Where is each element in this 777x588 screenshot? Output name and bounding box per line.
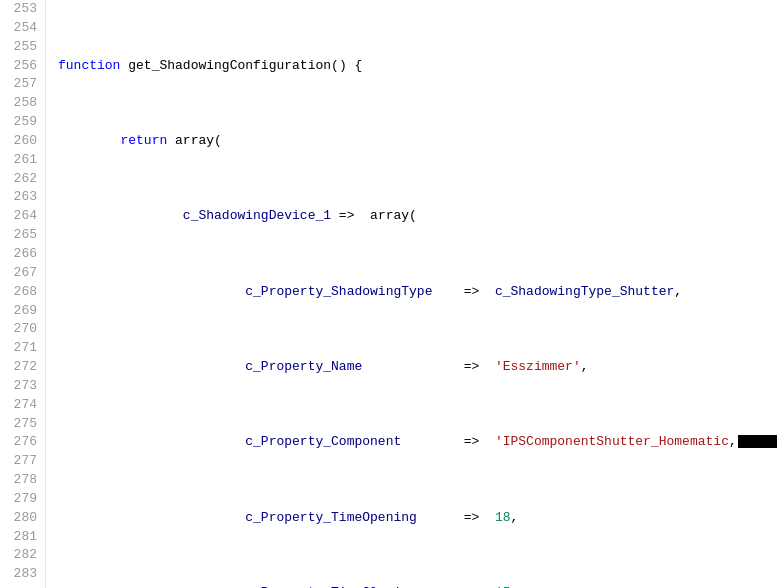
line-num-280: 280	[4, 509, 37, 528]
line-num-282: 282	[4, 546, 37, 565]
line-num-276: 276	[4, 433, 37, 452]
line-num-266: 266	[4, 245, 37, 264]
line-num-267: 267	[4, 264, 37, 283]
line-num-272: 272	[4, 358, 37, 377]
code-line-253: function get_ShadowingConfiguration() {	[58, 57, 777, 76]
line-num-279: 279	[4, 490, 37, 509]
line-num-263: 263	[4, 188, 37, 207]
code-content: function get_ShadowingConfiguration() { …	[46, 0, 777, 588]
line-num-257: 257	[4, 75, 37, 94]
line-num-260: 260	[4, 132, 37, 151]
line-num-277: 277	[4, 452, 37, 471]
line-num-255: 255	[4, 38, 37, 57]
code-line-257: c_Property_Name => 'Esszimmer',	[58, 358, 777, 377]
code-line-258: c_Property_Component => 'IPSComponentShu…	[58, 433, 777, 452]
line-num-253: 253	[4, 0, 37, 19]
code-editor: 253 254 255 256 257 258 259 260 261 262 …	[0, 0, 777, 588]
line-num-278: 278	[4, 471, 37, 490]
line-num-270: 270	[4, 320, 37, 339]
line-num-268: 268	[4, 283, 37, 302]
line-num-275: 275	[4, 415, 37, 434]
line-num-265: 265	[4, 226, 37, 245]
code-line-254: return array(	[58, 132, 777, 151]
code-line-259: c_Property_TimeOpening => 18,	[58, 509, 777, 528]
code-line-256: c_Property_ShadowingType => c_ShadowingT…	[58, 283, 777, 302]
line-num-269: 269	[4, 302, 37, 321]
line-num-264: 264	[4, 207, 37, 226]
code-line-260: c_Property_TimeClosing => 15,	[58, 584, 777, 588]
line-num-273: 273	[4, 377, 37, 396]
line-num-262: 262	[4, 170, 37, 189]
line-num-261: 261	[4, 151, 37, 170]
line-num-256: 256	[4, 57, 37, 76]
line-num-254: 254	[4, 19, 37, 38]
line-num-258: 258	[4, 94, 37, 113]
line-num-281: 281	[4, 528, 37, 547]
line-num-259: 259	[4, 113, 37, 132]
line-numbers: 253 254 255 256 257 258 259 260 261 262 …	[0, 0, 46, 588]
line-num-283: 283	[4, 565, 37, 584]
line-num-274: 274	[4, 396, 37, 415]
line-num-271: 271	[4, 339, 37, 358]
code-line-255: c_ShadowingDevice_1 => array(	[58, 207, 777, 226]
